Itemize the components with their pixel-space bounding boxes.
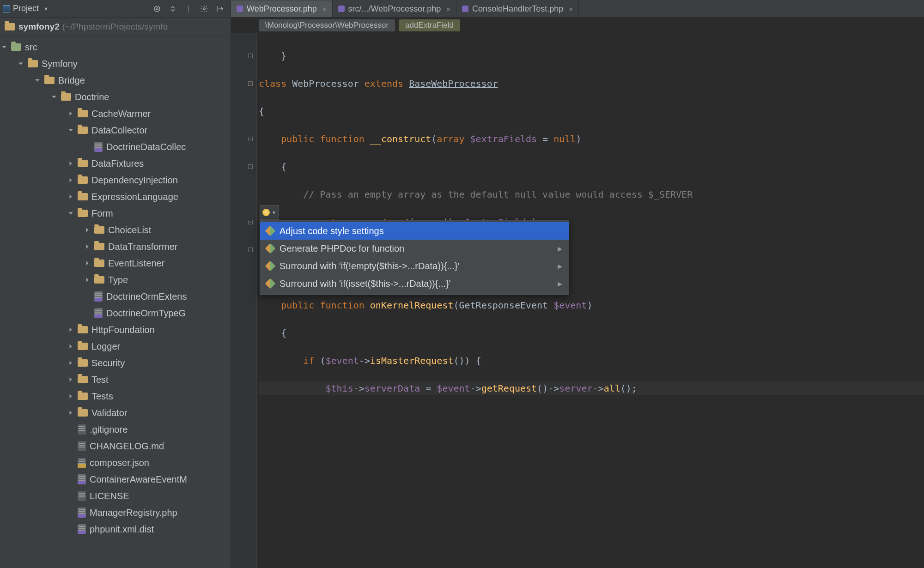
folder-icon [78,343,88,350]
code-editor[interactable]: } class WebProcessor extends BaseWebProc… [257,33,924,568]
svg-point-1 [156,7,158,10]
tree-node[interactable]: DoctrineOrmExtens [0,288,231,305]
chevron-right-icon[interactable] [67,392,75,400]
chevron-down-icon[interactable]: ▼ [43,6,49,12]
tree-node[interactable]: composer.json [0,454,231,471]
tree-node-label: DataTransformer [108,238,177,255]
code-text: ()-> [537,383,559,394]
fold-icon[interactable] [248,164,253,169]
php-file-icon [94,291,103,302]
chevron-right-icon[interactable] [67,193,75,201]
chevron-right-icon[interactable] [67,409,75,417]
tree-node[interactable]: Logger [0,338,231,355]
chevron-down-icon: ▼ [272,210,276,215]
tree-node[interactable]: src [0,39,231,55]
tree-node-label: src [25,39,37,55]
pencil-icon [265,278,276,289]
chevron-down-icon[interactable] [67,209,75,218]
tree-node[interactable]: DoctrineDataCollec [0,139,231,155]
intention-item[interactable]: Adjust code style settings [260,222,569,240]
chevron-right-icon[interactable] [83,226,91,234]
target-icon[interactable] [152,4,162,13]
code-text: -> [359,355,370,366]
close-icon[interactable]: × [569,5,573,13]
tree-node[interactable]: Security [0,355,231,371]
tree-node[interactable]: DataCollector [0,122,231,139]
tree-node[interactable]: Test [0,371,231,388]
code-text: class [259,78,292,89]
chevron-down-icon[interactable] [67,126,75,134]
editor-tab[interactable]: ConsoleHandlerTest.php× [456,0,579,17]
fold-icon[interactable] [248,220,253,224]
chevron-right-icon[interactable] [67,375,75,384]
chevron-right-icon[interactable] [83,242,91,251]
project-root[interactable]: symfony2 (~/PhpstormProjects/symfo [0,18,231,36]
close-icon[interactable]: × [446,5,450,13]
tree-node[interactable]: EventListener [0,255,231,272]
tree-node[interactable]: Bridge [0,72,231,89]
tree-node[interactable]: Form [0,205,231,222]
tree-node[interactable]: ChoiceList [0,222,231,238]
gutter [231,33,257,568]
gear-icon[interactable] [200,4,209,13]
project-sidebar: Project ▼ | symfony2 (~/PhpstormProjects… [0,0,231,568]
code-text: ( [320,355,325,366]
tree-node[interactable]: DependencyInjection [0,172,231,188]
tree-node[interactable]: ManagerRegistry.php [0,504,231,521]
chevron-down-icon[interactable] [50,93,58,101]
tree-node[interactable]: Tests [0,388,231,405]
pencil-icon [265,243,276,254]
tree-node[interactable]: ExpressionLanguage [0,188,231,205]
close-icon[interactable]: × [322,5,327,13]
sidebar-title[interactable]: Project [13,4,39,13]
chevron-right-icon[interactable] [67,359,75,367]
chevron-right-icon[interactable] [67,176,75,184]
tree-node[interactable]: CacheWarmer [0,105,231,122]
intention-item[interactable]: Surround with 'if(isset($this->...rData)… [260,275,569,292]
tree-node[interactable]: .gitignore [0,421,231,438]
editor-tab[interactable]: src/.../WebProcessor.php× [333,0,457,17]
chevron-right-icon[interactable] [67,109,75,118]
chevron-right-icon[interactable] [67,159,75,168]
intention-item[interactable]: Surround with 'if(!empty($this->...rData… [260,257,569,275]
tree-node[interactable]: DataTransformer [0,238,231,255]
tree-node-label: .gitignore [90,421,128,438]
tree-node[interactable]: Symfony [0,55,231,72]
tree-node[interactable]: Doctrine [0,89,231,105]
tree-node-label: ContainerAwareEventM [90,471,187,488]
tree-node[interactable]: ContainerAwareEventM [0,471,231,488]
folder-icon [78,393,88,400]
code-text: // Pass an empty array as the default nu… [259,189,693,200]
editor-tab[interactable]: WebProcessor.php× [231,0,333,17]
project-tree: srcSymfonyBridgeDoctrineCacheWarmerDataC… [0,36,231,547]
chevron-right-icon[interactable] [83,276,91,284]
tree-node[interactable]: DoctrineOrmTypeG [0,305,231,321]
fold-icon[interactable] [248,248,253,252]
chevron-right-icon[interactable] [83,259,91,267]
chevron-right-icon[interactable] [67,326,75,334]
code-text: { [259,161,286,172]
intention-bulb[interactable]: ▼ [260,205,279,220]
collapse-icon[interactable] [168,4,177,13]
code-text: BaseWebProcessor [409,78,498,89]
breadcrumb-item[interactable]: \Monolog\Processor\WebProcessor [259,19,395,31]
intention-item[interactable]: Generate PHPDoc for function▶ [260,240,569,257]
chevron-down-icon[interactable] [17,60,25,68]
tree-node[interactable]: Validator [0,405,231,421]
chevron-down-icon[interactable] [33,76,42,85]
tree-node[interactable]: CHANGELOG.md [0,438,231,454]
fold-icon[interactable] [248,137,253,141]
fold-icon[interactable] [248,81,253,86]
tree-node[interactable]: HttpFoundation [0,321,231,338]
tree-node[interactable]: DataFixtures [0,155,231,172]
tree-node[interactable]: LICENSE [0,488,231,504]
fold-icon[interactable] [248,54,253,58]
breadcrumb-item[interactable]: addExtraField [399,19,460,31]
tab-label: WebProcessor.php [247,4,317,14]
tree-node[interactable]: Type [0,272,231,288]
tree-node[interactable]: phpunit.xml.dist [0,521,231,538]
folder-icon [5,23,15,30]
chevron-down-icon[interactable] [0,43,8,51]
hide-icon[interactable] [215,4,225,13]
chevron-right-icon[interactable] [67,342,75,350]
